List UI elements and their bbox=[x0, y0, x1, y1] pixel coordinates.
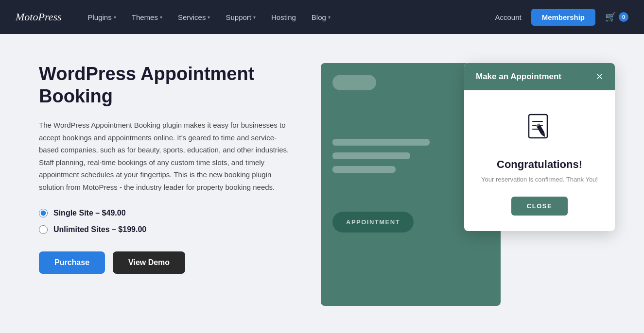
page-title: WordPress Appointment Booking bbox=[39, 63, 292, 107]
cart-icon: 🛒 bbox=[605, 12, 616, 22]
main-content: WordPress Appointment Booking The WordPr… bbox=[0, 34, 644, 333]
site-logo[interactable]: MotoPress bbox=[16, 11, 62, 23]
unlimited-sites-label[interactable]: Unlimited Sites – $199.00 bbox=[53, 225, 146, 234]
dialog-body: Congratulations! Your reservation is con… bbox=[464, 90, 615, 231]
navbar: MotoPress Plugins ▾ Themes ▾ Services ▾ … bbox=[0, 0, 644, 34]
cart-button[interactable]: 🛒 0 bbox=[605, 12, 628, 22]
dialog-title: Make an Appointment bbox=[476, 72, 561, 82]
mockup-line bbox=[332, 139, 430, 146]
nav-menu: Plugins ▾ Themes ▾ Services ▾ Support ▾ … bbox=[81, 9, 495, 25]
page-description: The WordPress Appointment Booking plugin… bbox=[39, 119, 292, 193]
pricing-option-unlimited[interactable]: Unlimited Sites – $199.00 bbox=[39, 225, 292, 234]
dialog-sub-text: Your reservation is confirmed. Thank You… bbox=[481, 176, 598, 183]
chevron-down-icon: ▾ bbox=[253, 15, 256, 20]
view-demo-button[interactable]: View Demo bbox=[113, 251, 185, 274]
chevron-down-icon: ▾ bbox=[160, 15, 162, 20]
dialog-close-x-button[interactable]: ✕ bbox=[596, 72, 603, 81]
purchase-button[interactable]: Purchase bbox=[39, 251, 105, 274]
right-panel: APPOINTMENT Make an Appointment ✕ bbox=[321, 63, 605, 306]
mockup-top-bar bbox=[332, 75, 376, 90]
pricing-option-single[interactable]: Single Site – $49.00 bbox=[39, 209, 292, 217]
chevron-down-icon: ▾ bbox=[328, 15, 331, 20]
nav-services[interactable]: Services ▾ bbox=[171, 9, 217, 25]
nav-plugins[interactable]: Plugins ▾ bbox=[81, 9, 123, 25]
mockup-line bbox=[332, 152, 410, 159]
confirmation-icon bbox=[520, 110, 559, 149]
unlimited-sites-radio[interactable] bbox=[39, 225, 48, 234]
single-site-radio[interactable] bbox=[39, 209, 48, 217]
navbar-right: Account Membership 🛒 0 bbox=[495, 9, 628, 26]
membership-button[interactable]: Membership bbox=[531, 9, 595, 26]
nav-support[interactable]: Support ▾ bbox=[219, 9, 262, 25]
dialog-header: Make an Appointment ✕ bbox=[464, 63, 615, 90]
mockup-appointment-button: APPOINTMENT bbox=[332, 212, 414, 233]
chevron-down-icon: ▾ bbox=[208, 15, 210, 20]
pricing-options: Single Site – $49.00 Unlimited Sites – $… bbox=[39, 209, 292, 234]
dialog-congrats: Congratulations! bbox=[497, 158, 582, 171]
left-panel: WordPress Appointment Booking The WordPr… bbox=[39, 63, 292, 274]
single-site-label[interactable]: Single Site – $49.00 bbox=[53, 209, 126, 217]
mockup-line bbox=[332, 166, 396, 173]
nav-themes[interactable]: Themes ▾ bbox=[125, 9, 169, 25]
account-link[interactable]: Account bbox=[495, 13, 521, 21]
dialog-close-button[interactable]: CLOSE bbox=[511, 197, 568, 216]
cart-count: 0 bbox=[619, 12, 628, 22]
cta-buttons: Purchase View Demo bbox=[39, 251, 292, 274]
nav-hosting[interactable]: Hosting bbox=[264, 9, 303, 25]
nav-blog[interactable]: Blog ▾ bbox=[305, 9, 337, 25]
chevron-down-icon: ▾ bbox=[114, 15, 116, 20]
appointment-dialog: Make an Appointment ✕ Congr bbox=[464, 63, 615, 231]
